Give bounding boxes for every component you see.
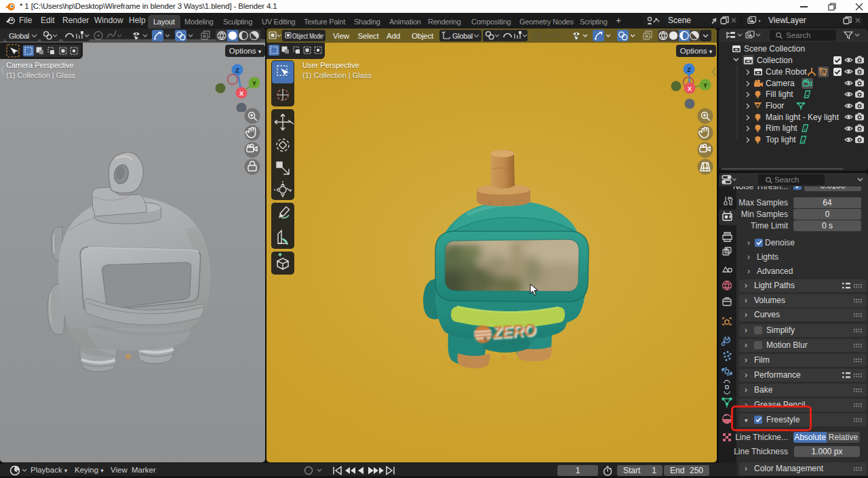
svg-text:Z: Z	[235, 67, 239, 74]
svg-text:Y: Y	[252, 80, 256, 87]
svg-text:Add: Add	[387, 32, 400, 40]
svg-text:Object: Object	[412, 32, 434, 40]
svg-text:Y: Y	[703, 82, 707, 89]
svg-text:X: X	[688, 85, 692, 92]
svg-text:Global: Global	[9, 32, 29, 40]
svg-text:X: X	[239, 90, 243, 97]
svg-text:Global: Global	[452, 32, 473, 40]
svg-text:Z: Z	[687, 66, 691, 73]
svg-text:Object Mode: Object Mode	[292, 32, 323, 40]
svg-text:Select: Select	[358, 32, 380, 40]
svg-text:View: View	[333, 32, 350, 40]
